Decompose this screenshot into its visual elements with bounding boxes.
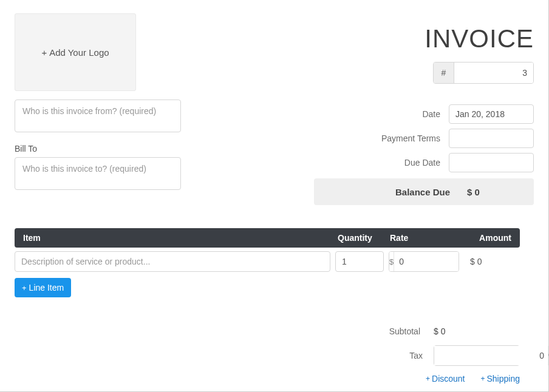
number-prefix: # — [434, 63, 454, 83]
left-column: + Add Your Logo Bill To — [15, 13, 181, 205]
plus-icon: + — [426, 374, 430, 383]
subtotal-row: Subtotal $ 0 — [15, 319, 520, 343]
plus-icon: + — [22, 283, 27, 292]
meta-rows: Date Payment Terms Due Date Balance Due … — [193, 102, 534, 205]
invoice-number-group: # — [433, 62, 534, 84]
currency-symbol: $ — [389, 252, 394, 271]
invoice-form: + Add Your Logo Bill To INVOICE # Date — [0, 0, 549, 392]
terms-row: Payment Terms — [193, 126, 534, 150]
tax-label: Tax — [15, 351, 423, 360]
col-item: Item — [23, 233, 338, 243]
from-input[interactable] — [15, 100, 181, 132]
date-input[interactable] — [449, 104, 534, 124]
subtotal-value: $ 0 — [431, 326, 520, 336]
totals-section: Subtotal $ 0 Tax % + Discount + Shipping — [15, 319, 520, 384]
invoice-number-input[interactable] — [454, 63, 533, 83]
col-amount: Amount — [455, 233, 511, 243]
item-amount: $ 0 — [464, 257, 520, 266]
col-quantity: Quantity — [338, 233, 390, 243]
due-date-label: Due Date — [193, 158, 440, 167]
due-date-row: Due Date — [193, 150, 534, 175]
invoice-number-row: # — [193, 62, 534, 84]
date-label: Date — [193, 109, 440, 119]
balance-due-label: Balance Due — [320, 187, 450, 197]
top-row: + Add Your Logo Bill To INVOICE # Date — [15, 13, 534, 205]
tax-row: Tax % — [15, 343, 520, 368]
col-rate: Rate — [390, 233, 455, 243]
due-date-input[interactable] — [449, 153, 534, 172]
item-quantity-input[interactable] — [335, 251, 384, 272]
subtotal-label: Subtotal — [15, 326, 420, 336]
extra-links: + Discount + Shipping — [15, 374, 520, 384]
shipping-label: Shipping — [487, 374, 520, 384]
add-shipping-link[interactable]: + Shipping — [480, 374, 520, 384]
terms-label: Payment Terms — [193, 133, 440, 143]
add-line-item-label: Line Item — [29, 283, 64, 292]
right-column: INVOICE # Date Payment Terms Due Date — [193, 13, 534, 205]
tax-group: % — [434, 345, 520, 366]
date-row: Date — [193, 102, 534, 126]
line-items-table: Item Quantity Rate Amount $ $ 0 + Line I… — [15, 228, 520, 297]
add-logo-button[interactable]: + Add Your Logo — [15, 13, 136, 91]
bill-to-label: Bill To — [15, 144, 181, 154]
add-discount-link[interactable]: + Discount — [426, 374, 465, 384]
table-header: Item Quantity Rate Amount — [15, 228, 520, 248]
document-title: INVOICE — [193, 24, 534, 53]
item-rate-input[interactable] — [394, 252, 459, 271]
bill-to-input[interactable] — [15, 157, 181, 190]
add-line-item-button[interactable]: + Line Item — [15, 278, 71, 297]
item-description-input[interactable] — [15, 251, 330, 272]
table-row: $ $ 0 — [15, 248, 520, 275]
terms-input[interactable] — [449, 129, 534, 148]
discount-label: Discount — [432, 374, 465, 384]
balance-due-value: $ 0 — [467, 187, 522, 197]
tax-input[interactable] — [434, 346, 548, 365]
item-rate-group: $ — [389, 251, 459, 272]
plus-icon: + — [41, 47, 47, 58]
plus-icon: + — [480, 374, 485, 383]
add-logo-label: Add Your Logo — [49, 47, 109, 58]
balance-due-row: Balance Due $ 0 — [314, 178, 534, 205]
